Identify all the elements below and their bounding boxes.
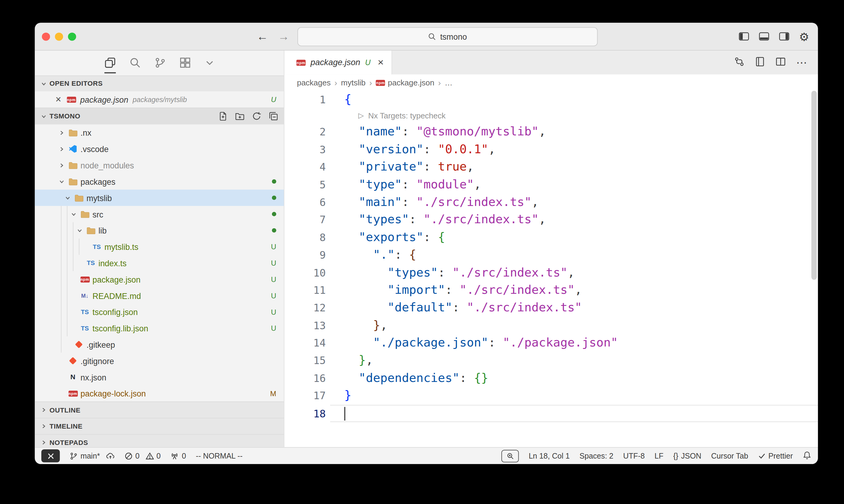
twistie-icon — [59, 146, 64, 151]
branch-item[interactable]: main* — [70, 452, 115, 461]
tree-item-src[interactable]: src — [35, 206, 284, 222]
git-status-badge: U — [271, 324, 276, 332]
settings-gear-icon[interactable]: ⚙ — [799, 31, 809, 42]
errors-icon — [124, 452, 133, 460]
code-line-11: 11 "import": "./src/index.ts", — [285, 282, 818, 299]
search-value: tsmono — [440, 32, 467, 41]
split-editor-icon[interactable] — [775, 56, 786, 69]
new-folder-icon[interactable] — [235, 111, 245, 121]
tab-package-json[interactable]: npm package.json U × — [285, 51, 392, 74]
code-line-9: 9 ".": { — [285, 246, 818, 264]
search-icon — [428, 33, 436, 41]
close-editor-icon[interactable]: × — [55, 94, 61, 105]
tree-item-.nx[interactable]: .nx — [35, 125, 284, 141]
codelens-nx-targets[interactable]: ▷Nx Targets: typecheck — [285, 108, 818, 123]
extensions-icon[interactable] — [179, 53, 191, 73]
zoom-window-button[interactable] — [68, 32, 76, 41]
toggle-secondary-sidebar-icon[interactable] — [779, 31, 790, 42]
ports-item[interactable]: 0 — [170, 452, 186, 461]
breadcrumb-item[interactable]: … — [445, 78, 453, 87]
git-status-badge: U — [271, 95, 276, 104]
views-chevron-icon[interactable] — [204, 53, 214, 73]
collapse-folders-icon[interactable] — [269, 111, 278, 121]
indentation-item[interactable]: Spaces: 2 — [580, 452, 614, 461]
toggle-panel-icon[interactable] — [759, 31, 770, 42]
tree-item-label: node_modules — [80, 161, 134, 169]
close-window-button[interactable] — [42, 32, 50, 41]
tree-item-index.ts[interactable]: TSindex.tsU — [35, 255, 284, 271]
npm-icon: npm — [376, 80, 385, 86]
open-editors-header[interactable]: OPEN EDITORS — [35, 75, 284, 91]
tree-item-tsconfig.lib.json[interactable]: TStsconfig.lib.jsonU — [35, 320, 284, 337]
tree-item-label: package-lock.json — [80, 389, 145, 398]
tree-item-.vscode[interactable]: .vscode — [35, 141, 284, 157]
encoding-item[interactable]: UTF-8 — [623, 452, 645, 461]
notebook-icon[interactable] — [755, 56, 765, 69]
new-file-icon[interactable] — [218, 111, 228, 121]
tree-item-node_modules[interactable]: node_modules — [35, 157, 284, 173]
tree-item-package.json[interactable]: npmpackage.jsonU — [35, 271, 284, 287]
explorer-section-header[interactable]: TSMONO — [35, 108, 284, 125]
navigate-forward-icon[interactable]: → — [278, 30, 290, 43]
chevron-icon — [41, 408, 46, 412]
tree-item-tsconfig.json[interactable]: TStsconfig.jsonU — [35, 304, 284, 320]
breadcrumb-item[interactable]: npmpackage.json — [376, 78, 434, 87]
language-item[interactable]: {}JSON — [673, 452, 702, 461]
git-status-badge: U — [271, 275, 276, 284]
git-icon — [69, 357, 77, 364]
outline-section-header[interactable]: OUTLINE — [35, 402, 284, 418]
code-line-1: 1{ — [285, 91, 818, 108]
text-cursor — [344, 407, 345, 420]
git-status-badge: U — [271, 242, 276, 251]
zoom-indicator[interactable] — [501, 449, 519, 462]
source-control-icon[interactable] — [154, 53, 166, 73]
cursor-tab-item[interactable]: Cursor Tab — [711, 452, 748, 461]
toggle-sidebar-icon[interactable] — [739, 31, 750, 42]
timeline-section-header[interactable]: TIMELINE — [35, 418, 284, 434]
remote-indicator[interactable] — [41, 449, 60, 462]
tree-item-label: .gitignore — [80, 356, 114, 365]
refresh-explorer-icon[interactable] — [252, 111, 262, 121]
open-editor-item[interactable]: × npm package.json packages/mytslib U — [35, 91, 284, 108]
line-number: 5 — [285, 176, 330, 193]
more-actions-icon[interactable]: ⋯ — [796, 57, 807, 68]
breadcrumb-item[interactable]: packages — [297, 78, 330, 87]
formatter-item[interactable]: Prettier — [758, 452, 793, 461]
vim-mode-item[interactable]: -- NORMAL -- — [196, 452, 243, 461]
tree-item-nx.json[interactable]: Nnx.json — [35, 369, 284, 385]
tree-item-mytslib[interactable]: mytslib — [35, 190, 284, 206]
tree-item-label: src — [92, 210, 103, 219]
folder-icon — [68, 178, 77, 186]
minimize-window-button[interactable] — [55, 32, 63, 41]
compare-changes-icon[interactable] — [734, 56, 744, 69]
tree-item-README.md[interactable]: M↓README.mdU — [35, 287, 284, 304]
eol-item[interactable]: LF — [655, 452, 663, 461]
search-view-icon[interactable] — [129, 53, 141, 73]
explorer-icon[interactable] — [104, 53, 116, 73]
breadcrumb-item[interactable]: mytslib — [341, 78, 366, 87]
twistie-icon — [71, 212, 76, 217]
tab-bar: npm package.json U × ⋯ — [285, 51, 818, 74]
twistie-icon — [59, 130, 64, 135]
tree-item-packages[interactable]: packages — [35, 173, 284, 190]
notifications-bell-icon[interactable] — [803, 451, 812, 461]
code-line-8: 8 "exports": { — [285, 229, 818, 246]
tree-item-mytslib.ts[interactable]: TSmytslib.tsU — [35, 238, 284, 255]
command-center-search[interactable]: tsmono — [297, 27, 598, 46]
folder-icon — [68, 161, 77, 169]
navigate-back-icon[interactable]: ← — [257, 30, 268, 43]
chevron-icon — [41, 81, 46, 86]
close-tab-icon[interactable]: × — [378, 57, 384, 69]
code-editor[interactable]: 1{▷Nx Targets: typecheck2 "name": "@tsmo… — [285, 91, 818, 447]
tree-item-.gitkeep[interactable]: .gitkeep — [35, 336, 284, 353]
cursor-position-item[interactable]: Ln 18, Col 1 — [529, 452, 570, 461]
breadcrumb-separator: › — [334, 78, 337, 87]
tree-item-package-lock.json[interactable]: npmpackage-lock.jsonM — [35, 385, 284, 402]
problems-item[interactable]: 0 0 — [124, 452, 160, 461]
breadcrumbs: packages›mytslib›npmpackage.json›… — [285, 74, 818, 91]
tree-item-.gitignore[interactable]: .gitignore — [35, 353, 284, 369]
code-line-15: 15 }, — [285, 352, 818, 369]
tree-item-label: lib — [99, 226, 107, 235]
tree-item-label: .gitkeep — [86, 340, 115, 349]
tree-item-lib[interactable]: lib — [35, 222, 284, 239]
